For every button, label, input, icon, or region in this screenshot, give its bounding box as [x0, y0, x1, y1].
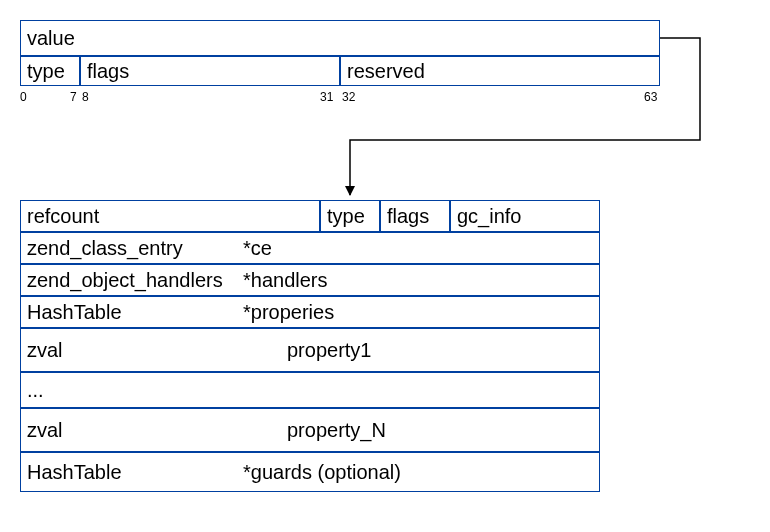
obj-handlers-type: zend_object_handlers	[27, 269, 243, 292]
bit-31: 31	[320, 90, 333, 104]
bit-7: 7	[70, 90, 77, 104]
zval-reserved-cell: reserved	[340, 56, 660, 86]
obj-ellipsis-row: ...	[20, 372, 600, 408]
zval-type-cell: type	[20, 56, 80, 86]
bit-8: 8	[82, 90, 89, 104]
obj-guards-type: HashTable	[27, 461, 243, 484]
obj-properties-type: HashTable	[27, 301, 243, 324]
obj-property1-type: zval	[27, 339, 287, 362]
obj-guards-row: HashTable *guards (optional)	[20, 452, 600, 492]
obj-type-cell: type	[320, 200, 380, 232]
obj-flags-cell: flags	[380, 200, 450, 232]
obj-handlers-row: zend_object_handlers *handlers	[20, 264, 600, 296]
bit-0: 0	[20, 90, 27, 104]
obj-property1-name: property1	[287, 339, 372, 362]
bit-32: 32	[342, 90, 355, 104]
bit-63: 63	[644, 90, 657, 104]
obj-properties-name: *properies	[243, 301, 334, 324]
zval-flags-cell: flags	[80, 56, 340, 86]
obj-propertyN-type: zval	[27, 419, 287, 442]
obj-propertyN-row: zval property_N	[20, 408, 600, 452]
obj-ce-name: *ce	[243, 237, 272, 260]
obj-handlers-name: *handlers	[243, 269, 328, 292]
obj-property1-row: zval property1	[20, 328, 600, 372]
obj-properties-row: HashTable *properies	[20, 296, 600, 328]
zval-value-row: value	[20, 20, 660, 56]
obj-propertyN-name: property_N	[287, 419, 386, 442]
obj-guards-name: *guards (optional)	[243, 461, 401, 484]
obj-refcount-cell: refcount	[20, 200, 320, 232]
obj-ce-row: zend_class_entry *ce	[20, 232, 600, 264]
obj-ce-type: zend_class_entry	[27, 237, 243, 260]
obj-gcinfo-cell: gc_info	[450, 200, 600, 232]
